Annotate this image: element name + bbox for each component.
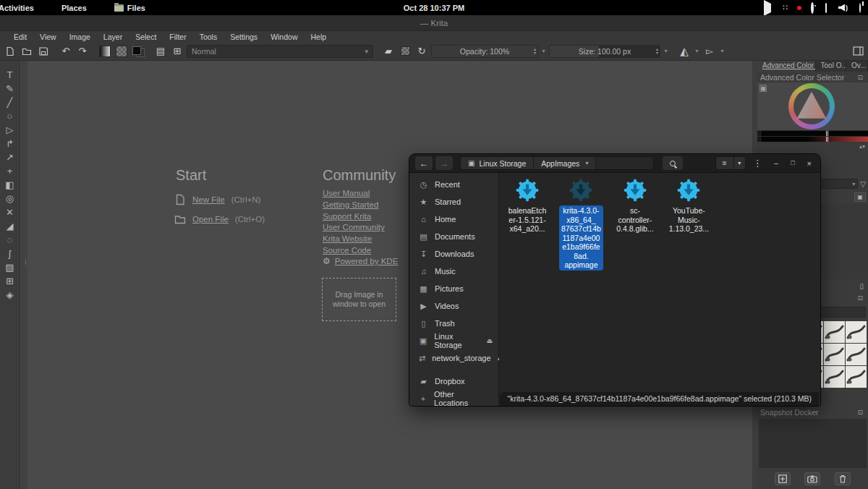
toolbox-splitter[interactable]: ⋮⋮ [21,61,27,489]
redo-button[interactable]: ↷ [75,44,90,59]
menu-item[interactable]: Help [304,33,333,41]
opacity-slider[interactable]: Opacity: 100%▴▾ [431,45,538,58]
color-slider-1[interactable] [757,131,868,136]
path-bar-trailing[interactable] [595,157,653,169]
back-button[interactable]: ← [415,156,433,170]
file-item[interactable]: krita-4.3.0- x86_64_ 87637cf14b 1187a4e0… [556,178,605,271]
new-file-link[interactable]: New File [192,195,225,204]
updates-paw-icon[interactable]: ∷ [783,3,788,12]
docker-tab[interactable]: Ov... [846,61,868,72]
display-icon[interactable] [825,4,827,12]
open-file-link[interactable]: Open File [192,215,229,224]
size-dropdown[interactable]: ▾ [663,45,669,58]
community-link[interactable]: User Community [323,223,385,231]
ellipse-tool[interactable]: ○ [1,109,19,123]
undo-button[interactable]: ↶ [59,44,73,59]
list-view-button[interactable]: ≡ [716,157,733,169]
menu-item[interactable]: Window [264,33,304,41]
add-snapshot-button[interactable] [775,472,791,485]
maximize-button[interactable]: □ [791,159,794,168]
fill-tool[interactable]: ◧ [1,178,19,192]
sidebar-item[interactable]: ▤ Documents [409,228,498,245]
file-item[interactable]: YouTube- Music- 1.13.0_23... [664,178,713,234]
color-slider-2[interactable] [757,137,868,142]
sidebar-item[interactable]: ▣ Linux Storage ⏏ [409,332,498,349]
save-button[interactable] [36,44,51,59]
brush-preset-thumbnail[interactable] [846,321,867,343]
menu-item[interactable]: Image [63,33,97,41]
brush-preset-thumbnail[interactable] [824,344,845,365]
files-app-menu[interactable]: Files [110,4,150,12]
color-sampler-tool[interactable]: ◎ [1,192,19,205]
spin-buttons[interactable]: ▴▾ [859,143,865,150]
line-tool[interactable]: ╱ [1,95,19,109]
openrgb-icon[interactable] [811,4,814,12]
smart-patch-tool[interactable]: ✕ [1,205,19,219]
sidebar-item[interactable]: ⌂ Home [409,211,498,228]
reload-preset-button[interactable]: ↻ [414,44,429,59]
snapshot-list[interactable] [759,419,867,468]
volume-icon[interactable]: ) [838,4,848,12]
delete-snapshot-button[interactable] [835,472,851,485]
camera-snapshot-button[interactable] [804,472,820,485]
close-button[interactable]: × [807,159,812,168]
advanced-color-selector[interactable]: ▤ [757,82,868,130]
open-file-row[interactable]: Open File (Ctrl+O) [174,213,265,225]
brush-preset-thumbnail[interactable] [824,366,845,388]
sidebar-item[interactable]: ▶ Videos [409,297,498,315]
new-document-button[interactable] [3,44,17,59]
powered-by-kde-link[interactable]: ⚙ Powered by KDE [323,256,398,266]
open-document-button[interactable] [20,44,34,59]
menu-item[interactable]: Layer [97,33,129,41]
elliptical-select-tool[interactable]: ◌ [1,233,19,247]
pattern-chooser[interactable] [114,44,129,59]
community-link[interactable]: Krita Website [323,234,372,243]
text-tool[interactable]: T [1,68,19,82]
telegram-icon[interactable] [764,4,771,12]
polyline-tool[interactable]: ↱ [1,137,19,150]
brush-preset-thumbnail[interactable] [824,321,845,343]
menu-item[interactable]: View [33,33,63,41]
mirror-view-button[interactable]: ◭ [677,44,692,59]
activities-button[interactable]: Activities [0,4,38,12]
docker-float-icon[interactable]: ⊡ [857,294,865,302]
sidebar-item[interactable]: ▦ Pictures [409,280,498,297]
sidebar-item[interactable]: + Other Locations [409,390,498,406]
filter-funnel-icon[interactable]: ▽ [860,180,866,188]
eject-icon[interactable]: ⏏ [486,337,493,344]
new-file-row[interactable]: New File (Ctrl+N) [174,194,260,205]
path-segment-folder[interactable]: AppImages ▾ [533,157,595,169]
menu-item[interactable]: Edit [7,33,33,41]
menu-item[interactable]: Select [129,33,163,41]
eraser-mode-button[interactable]: ▰ [381,44,396,59]
freehand-select-tool[interactable]: ʃ [1,247,19,260]
move-tool[interactable]: + [1,164,19,178]
trash-icon[interactable]: ▯ [859,282,864,290]
places-menu[interactable]: Places [57,4,91,12]
file-item[interactable]: balenaEtch er-1.5.121- x64_a20... [503,178,552,234]
sidebar-item[interactable]: ▰ Dropbox [409,373,498,390]
sidebar-item[interactable]: ▯ Trash [409,315,498,332]
menu-item[interactable]: Tools [193,33,224,41]
blending-mode-select[interactable]: Normal▾ [187,45,373,58]
path-segment-device[interactable]: ▣ Linux Storage [461,157,533,169]
community-link[interactable]: User Manual [323,189,370,197]
docker-tab[interactable]: Tool O... [816,61,846,72]
community-link[interactable]: Support Krita [323,212,371,221]
polygon-tool[interactable]: ▷ [1,123,19,137]
view-options-dropdown[interactable]: ▾ [733,157,745,169]
wrap-dropdown[interactable]: ▾ [719,45,726,58]
sidebar-item[interactable]: ♫ Music [409,263,498,280]
sidebar-item[interactable]: ◷ Recent [409,176,498,193]
minimize-button[interactable]: − [774,159,778,168]
sidebar-item[interactable]: ★ Starred [409,193,498,211]
fg-bg-colors[interactable] [131,44,145,59]
menu-kebab-icon[interactable]: ⋮ [749,158,767,169]
brush-editor-button[interactable]: ▤ [153,44,168,59]
search-button[interactable] [663,156,683,170]
preserve-alpha-button[interactable] [398,44,412,59]
brush-preset-thumbnail[interactable] [846,366,867,388]
brush-presets-button[interactable]: ⊞ [170,44,184,59]
calligraphy-tool[interactable]: ✎ [1,82,19,95]
menu-item[interactable]: Filter [163,33,192,41]
